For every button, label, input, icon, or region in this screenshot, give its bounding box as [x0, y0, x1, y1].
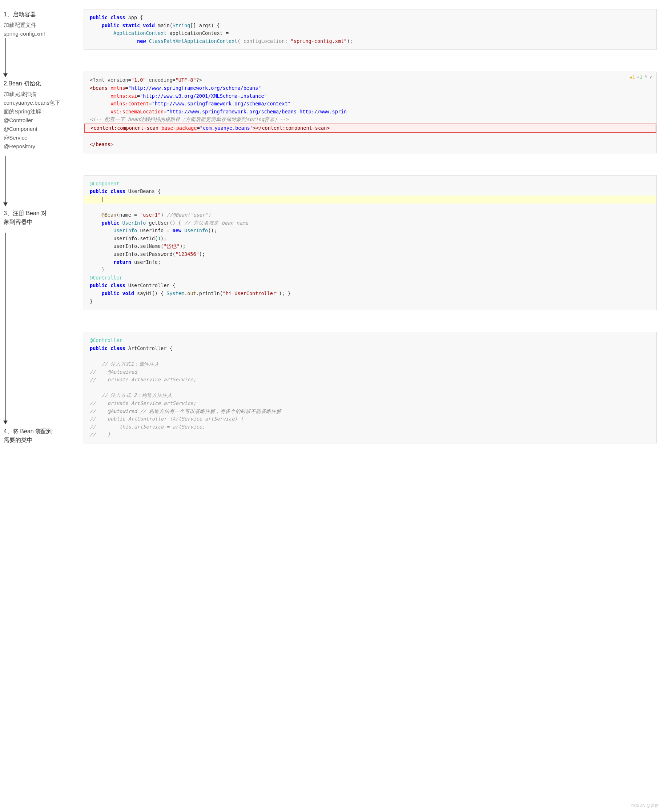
step3-block: 3、注册 Bean 对象到容器中: [4, 209, 47, 226]
code-line: @Bean(name = "user1") //@Bean("user"): [90, 212, 211, 218]
arrow-3: [3, 421, 8, 424]
nav-up-icon[interactable]: ^: [645, 74, 647, 81]
code-line: userInfo.setName("岱也");: [90, 243, 186, 249]
code-line: public void sayHi() { System.out.println…: [90, 290, 291, 296]
code-block-4: @Controller public class ArtController {…: [84, 332, 657, 443]
checkmark-icon: ✓1: [637, 74, 642, 81]
code-pre-4: @Controller public class ArtController {…: [84, 332, 656, 443]
sidebar: 1、启动容器 加载配置文件spring-config.xml 2.Bean 初始…: [0, 0, 76, 812]
code-line: new ClassPathXmlApplicationContext( conf…: [90, 38, 353, 44]
step1-block: 1、启动容器 加载配置文件spring-config.xml: [4, 10, 45, 38]
cursor-line: [84, 195, 656, 203]
code-pre-3: @Component public class UserBeans { @Bea…: [84, 176, 656, 310]
code-line: // @Autowired // 构造方法有一个可以省略注解，有多个的时候不能省…: [90, 408, 281, 414]
code-line: // private ArtService artService;: [90, 377, 196, 382]
code-line: // 注入方式1：属性注入: [90, 361, 159, 367]
content-area: public class App { public static void ma…: [76, 0, 664, 812]
code-line: xmlns:content="http://www.springframewor…: [90, 101, 291, 106]
code-line: // private ArtService artService;: [90, 400, 196, 406]
code-line: return userInfo;: [90, 259, 161, 265]
code-line: // 注入方式 2：构造方法注入: [90, 392, 172, 398]
step1-title: 1、启动容器: [4, 10, 45, 19]
code-block-1: public class App { public static void ma…: [84, 9, 657, 50]
code-line: @Component: [90, 181, 119, 187]
code-line: // }: [90, 431, 111, 437]
code-line: public static void main(String[] args) {: [90, 23, 220, 28]
nav-down-icon[interactable]: ∨: [649, 74, 652, 81]
code-line: // this.artService = artService;: [90, 424, 205, 430]
code-line: }: [90, 298, 93, 304]
code-line: </beans>: [90, 142, 113, 147]
step3-title: 3、注册 Bean 对象到容器中: [4, 209, 47, 226]
code-pre-2: <?xml version="1.0" encoding="UTF-8"?> <…: [84, 72, 656, 153]
code-line: }: [90, 267, 105, 273]
step2-desc: 加载完成扫描 com.yuanye.beans包下 面的Spring注解： @C…: [4, 90, 60, 151]
code-line: @Controller: [90, 337, 122, 343]
v-line-1: [5, 38, 6, 75]
arrow-1: [3, 73, 8, 77]
warning-icons: ▲1 ✓1 ^ ∨: [630, 74, 652, 81]
step4-title: 4、将 Bean 装配到需要的类中: [4, 427, 53, 444]
highlighted-line: <content:component-scan base-package="co…: [84, 124, 656, 133]
code-line: userInfo.setId(1);: [90, 236, 166, 241]
code-line: // public ArtController (ArtService artS…: [90, 416, 244, 421]
code-line: ApplicationContext applicationContext =: [90, 30, 229, 36]
code-line: public class UserController {: [90, 282, 176, 288]
code-line: public class UserBeans {: [90, 188, 161, 194]
v-line-3: [5, 233, 6, 421]
code-line: xsi:schemaLocation="http://www.springfra…: [90, 109, 347, 114]
code-line: public class App {: [90, 15, 143, 20]
step1-desc: 加载配置文件spring-config.xml: [4, 21, 45, 38]
warning-icon: ▲1: [630, 74, 635, 81]
code-line: // @Autowired: [90, 369, 137, 375]
step4-block: 4、将 Bean 装配到需要的类中: [4, 427, 53, 444]
code-block-3: @Component public class UserBeans { @Bea…: [84, 175, 657, 311]
code-line: @Controller: [90, 275, 122, 281]
page-container: 1、启动容器 加载配置文件spring-config.xml 2.Bean 初始…: [0, 0, 664, 812]
step2-block: 2.Bean 初始化 加载完成扫描 com.yuanye.beans包下 面的S…: [4, 79, 60, 151]
code-line: public class ArtController {: [90, 345, 173, 351]
code-line: public UserInfo getUser() { // 方法名就是 bea…: [90, 220, 248, 226]
arrow-2: [3, 202, 8, 206]
code-line: UserInfo userInfo = new UserInfo();: [90, 228, 217, 233]
code-pre-1: public class App { public static void ma…: [84, 10, 656, 49]
step2-title: 2.Bean 初始化: [4, 79, 60, 88]
code-line-comment: <!-- 配置一下 bean注解扫描的根路径（方面后面更简单存储对象到sprin…: [90, 116, 288, 122]
watermark: ©CSDN @爱信: [631, 803, 659, 808]
code-line: userInfo.setPassword("123456");: [90, 251, 205, 257]
code-line: <?xml version="1.0" encoding="UTF-8"?>: [90, 77, 202, 83]
code-line: xmlns:xsi="http://www.w3.org/2001/XMLSch…: [90, 93, 267, 99]
code-line: <beans xmlns="http://www.springframework…: [90, 85, 261, 91]
code-block-2: ▲1 ✓1 ^ ∨ <?xml version="1.0" encoding="…: [84, 72, 657, 153]
v-line-2: [5, 156, 6, 203]
